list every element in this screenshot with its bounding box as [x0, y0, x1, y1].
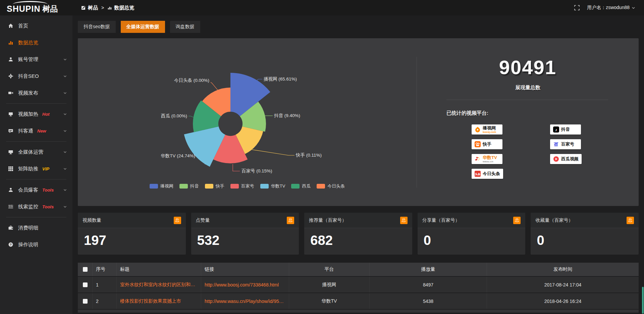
screen-promote-icon: [8, 111, 13, 117]
total-badge[interactable]: 总: [174, 217, 181, 224]
card-title: 点赞量: [196, 217, 210, 223]
user-icon: [8, 57, 13, 62]
chevron-down-icon: [63, 91, 67, 95]
hot-tag: Hot: [42, 112, 50, 117]
card-favorites: 收藏量（百家号）总 0: [531, 213, 639, 255]
breadcrumb-separator: >: [101, 5, 104, 10]
tab-inquiry-data[interactable]: 询盘数据: [170, 21, 200, 33]
table-header-row: 序号 标题 链接 平台 播放量 发布时间: [78, 263, 639, 276]
tab-douyin-seo-data[interactable]: 抖音seo数据: [78, 21, 116, 33]
sidebar-item-member-baoke[interactable]: 会员爆客 Tools: [0, 181, 72, 198]
app-logo[interactable]: SHUPIN 树品: [0, 0, 72, 15]
pie-label-kuaishou: 快手 (0.11%): [296, 153, 322, 158]
total-badge[interactable]: 总: [400, 217, 408, 224]
cell-platform: 播视网: [289, 277, 370, 293]
card-title: 分享量（百家号）: [422, 217, 460, 223]
platform-badge-toutiao: 头条 今日头条: [472, 169, 503, 179]
cell-views: 5438: [370, 293, 487, 309]
sidebar-item-data-overview[interactable]: 数据总览: [0, 34, 72, 51]
sidebar-divider: [6, 179, 66, 179]
sidebar-item-omnimedia-ops[interactable]: 全媒体运营: [0, 144, 72, 160]
total-badge[interactable]: 总: [627, 217, 634, 224]
chevron-down-icon: [63, 129, 67, 133]
col-header-no: 序号: [93, 263, 117, 276]
card-value: 682: [304, 228, 412, 255]
legend-item-toutiao[interactable]: 今日头条: [317, 183, 345, 189]
platform-badge-kuaishou: 快手: [472, 139, 502, 149]
card-value: 0: [418, 228, 526, 255]
tools-tag: Tools: [42, 204, 54, 209]
chart-legend: 播视网 抖音 快手 百家号 华数TV 西瓜 今日头条: [78, 183, 417, 189]
pie-label-baijiahao: 百家号 (0.15%): [241, 168, 272, 173]
overview-panel: 播视网 (65.61%) 抖音 (9.40%) 快手 (0.11%) 百家号 (…: [78, 38, 639, 206]
wasu-logo-icon: [475, 156, 481, 162]
pie-label-douyin: 抖音 (9.40%): [274, 113, 300, 118]
gear-icon: [8, 73, 13, 79]
legend-item-washutv[interactable]: 华数TV: [260, 183, 285, 189]
video-title-link[interactable]: 室外水纹灯和室内水纹灯的区别和简介: [120, 282, 198, 288]
counted-platforms: 已统计的视频平台: 播视网boosj.com 快手 华数: [446, 110, 639, 179]
legend-swatch: [179, 184, 188, 189]
sidebar-item-video-heating[interactable]: 视频加热 Hot: [0, 106, 72, 122]
video-url-link[interactable]: http://www.boosj.com/7338468.html: [205, 282, 279, 287]
legend-item-boshiwang[interactable]: 播视网: [150, 183, 173, 189]
logo-arc-decoration: [13, 1, 48, 4]
select-all-checkbox[interactable]: [83, 267, 88, 272]
video-title-link[interactable]: 楼体投影灯投影效果震撼上市: [120, 298, 181, 304]
sidebar: 首页 数据总览 账号管理 抖音SEO 视频发布 视频加热 Hot 抖客通 New…: [0, 15, 72, 314]
svg-text:♪: ♪: [555, 127, 557, 132]
breadcrumb-current[interactable]: 数据总览: [107, 5, 134, 11]
breadcrumb-root[interactable]: 树品: [81, 5, 98, 11]
pie-label-washutv: 华数TV (24.74%): [161, 153, 195, 158]
col-header-title: 标题: [117, 263, 201, 276]
sidebar-item-home[interactable]: 首页: [0, 17, 72, 34]
sidebar-item-help[interactable]: ? 操作说明: [0, 236, 72, 253]
col-header-link: 链接: [201, 263, 289, 276]
baijiahao-logo-icon: 百: [553, 141, 559, 147]
edit-square-icon: [81, 5, 86, 10]
home-icon: [8, 23, 13, 29]
total-impressions-label: 展现量总数: [417, 85, 639, 91]
total-badge[interactable]: 总: [513, 217, 521, 224]
legend-item-kuaishou[interactable]: 快手: [205, 183, 224, 189]
cell-views: 8497: [370, 277, 487, 293]
sidebar-item-douyin-seo[interactable]: 抖音SEO: [0, 68, 72, 85]
user-icon: [8, 187, 13, 193]
row-checkbox[interactable]: [83, 299, 88, 304]
card-title: 推荐量（百家号）: [309, 217, 346, 223]
card-title: 视频数量: [83, 217, 101, 223]
cell-platform: 华数TV: [289, 293, 370, 309]
sidebar-item-matrix-boost[interactable]: 矩阵助推 VIP: [0, 160, 72, 177]
sidebar-item-spend-details[interactable]: 消费明细: [0, 219, 72, 236]
xigua-logo-icon: [553, 156, 559, 162]
chevron-down-icon: [63, 188, 67, 192]
video-url-link[interactable]: http://www.wasu.cn/Play/show/id/952...: [205, 299, 285, 304]
bar-chart-icon: [107, 5, 112, 10]
platform-column-right: ♪♪♪ 抖音 百 百家号 西瓜视频: [550, 124, 582, 179]
page-scrollbar[interactable]: [642, 287, 644, 314]
sidebar-item-account-mgmt[interactable]: 账号管理: [0, 51, 72, 68]
total-badge[interactable]: 总: [287, 217, 294, 224]
sidebar-divider: [6, 141, 66, 142]
legend-item-douyin[interactable]: 抖音: [179, 183, 199, 189]
sidebar-item-lead-monitor[interactable]: 线索监控 Tools: [0, 198, 72, 215]
desktop-monitor-icon: [8, 149, 13, 155]
sidebar-item-doketong[interactable]: 抖客通 New: [0, 122, 72, 139]
chevron-down-icon: [632, 6, 635, 10]
pie-label-xigua: 西瓜 (0.00%): [161, 113, 187, 118]
username-label: 用户名：zswodun88: [587, 5, 630, 11]
legend-swatch: [205, 184, 213, 189]
summary-divider: [446, 100, 608, 100]
breadcrumb: 树品 > 数据总览: [81, 5, 134, 11]
user-menu[interactable]: 用户名：zswodun88: [587, 5, 635, 11]
table-row: 1 室外水纹灯和室内水纹灯的区别和简介 http://www.boosj.com…: [78, 277, 639, 293]
sidebar-item-video-publish[interactable]: 视频发布: [0, 85, 72, 101]
video-camera-icon: [8, 90, 13, 96]
cell-no: 1: [93, 277, 117, 293]
row-checkbox[interactable]: [83, 282, 88, 287]
legend-item-xigua[interactable]: 西瓜: [291, 183, 311, 189]
bar-chart-icon: [8, 40, 13, 45]
fullscreen-icon[interactable]: [574, 5, 580, 10]
tab-omnimedia-data[interactable]: 全媒体运营数据: [121, 21, 165, 33]
legend-item-baijiahao[interactable]: 百家号: [230, 183, 254, 189]
